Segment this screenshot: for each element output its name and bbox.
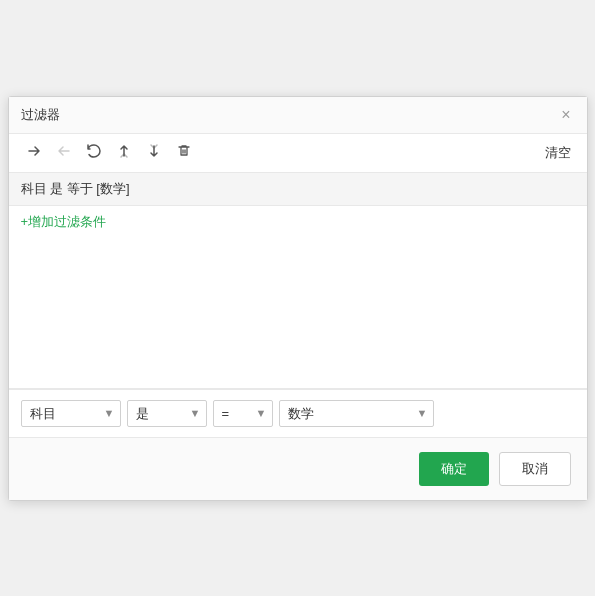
- filter-dialog: 过滤器 ×: [8, 96, 588, 501]
- toolbar: 清空: [9, 134, 587, 173]
- back-icon: [56, 143, 72, 159]
- undo-icon: [86, 143, 102, 159]
- confirm-button[interactable]: 确定: [419, 452, 489, 486]
- filter-editor: 科目 年级 班级 ▼ 是 不是 ▼ = ≠ > < ▼ 数学: [9, 389, 587, 437]
- forward-button[interactable]: [21, 140, 47, 166]
- operator1-select[interactable]: 是 不是: [127, 400, 207, 427]
- cancel-button[interactable]: 取消: [499, 452, 571, 486]
- empty-area: [9, 238, 587, 388]
- filter-list-area: 科目 是 等于 [数学] +增加过滤条件: [9, 173, 587, 389]
- operator1-select-wrapper: 是 不是 ▼: [127, 400, 207, 427]
- dialog-title-bar: 过滤器 ×: [9, 97, 587, 134]
- operator2-select[interactable]: = ≠ > <: [213, 400, 273, 427]
- move-up-button[interactable]: [111, 140, 137, 166]
- delete-icon: [176, 143, 192, 159]
- close-button[interactable]: ×: [557, 105, 574, 125]
- back-button[interactable]: [51, 140, 77, 166]
- field-select[interactable]: 科目 年级 班级: [21, 400, 121, 427]
- dialog-footer: 确定 取消: [9, 437, 587, 500]
- move-down-button[interactable]: [141, 140, 167, 166]
- operator2-select-wrapper: = ≠ > < ▼: [213, 400, 273, 427]
- move-down-icon: [146, 143, 162, 159]
- undo-button[interactable]: [81, 140, 107, 166]
- field-select-wrapper: 科目 年级 班级 ▼: [21, 400, 121, 427]
- add-condition-button[interactable]: +增加过滤条件: [9, 206, 587, 238]
- dialog-title: 过滤器: [21, 106, 60, 124]
- forward-icon: [26, 143, 42, 159]
- value-select-wrapper: 数学 语文 英语 物理 化学 ▼: [279, 400, 434, 427]
- clear-button[interactable]: 清空: [541, 142, 575, 164]
- delete-button[interactable]: [171, 140, 197, 166]
- active-filter-row[interactable]: 科目 是 等于 [数学]: [9, 173, 587, 206]
- value-select[interactable]: 数学 语文 英语 物理 化学: [279, 400, 434, 427]
- move-up-icon: [116, 143, 132, 159]
